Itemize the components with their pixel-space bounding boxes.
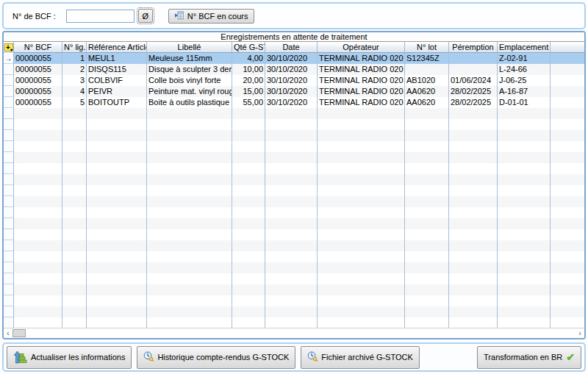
table-cell[interactable]: 30/10/2020 — [265, 97, 318, 108]
table-cell[interactable] — [62, 295, 87, 306]
row-selector-cell[interactable] — [4, 64, 14, 75]
table-cell[interactable] — [405, 240, 449, 251]
table-cell[interactable] — [232, 306, 265, 317]
row-selector-cell[interactable] — [4, 108, 14, 119]
table-cell[interactable] — [551, 141, 584, 152]
table-cell[interactable] — [14, 108, 62, 119]
table-cell[interactable]: 4,00 — [232, 53, 265, 64]
table-cell[interactable] — [405, 141, 449, 152]
empty-table-row[interactable] — [4, 119, 584, 130]
column-header[interactable]: Opérateur — [318, 42, 405, 53]
table-cell[interactable] — [318, 229, 405, 240]
table-cell[interactable] — [62, 152, 87, 163]
table-cell[interactable]: 2 — [62, 64, 87, 75]
table-cell[interactable] — [14, 130, 62, 141]
column-header[interactable]: Référence Article — [87, 42, 147, 53]
table-cell[interactable] — [232, 108, 265, 119]
table-cell[interactable]: Z-02-91 — [498, 53, 551, 64]
table-cell[interactable] — [551, 306, 584, 317]
table-cell[interactable] — [232, 295, 265, 306]
table-cell[interactable] — [449, 152, 498, 163]
row-selector-cell[interactable] — [4, 163, 14, 174]
table-cell[interactable] — [87, 262, 147, 273]
table-cell[interactable] — [405, 218, 449, 229]
empty-table-row[interactable] — [4, 196, 584, 207]
table-cell[interactable]: 28/02/2025 — [449, 86, 498, 97]
table-cell[interactable] — [265, 141, 318, 152]
table-cell[interactable]: 30/10/2020 — [265, 53, 318, 64]
table-cell[interactable]: L-24-66 — [498, 64, 551, 75]
table-cell[interactable] — [147, 295, 232, 306]
table-cell[interactable] — [449, 207, 498, 218]
table-cell[interactable] — [14, 196, 62, 207]
table-cell[interactable]: 30/10/2020 — [265, 64, 318, 75]
row-selector-cell[interactable] — [4, 251, 14, 262]
table-cell[interactable] — [147, 119, 232, 130]
table-row[interactable]: 000000553COLBVIFColle bois vinyl forte20… — [4, 75, 584, 86]
table-cell[interactable] — [405, 207, 449, 218]
table-cell[interactable] — [87, 174, 147, 185]
table-cell[interactable] — [62, 130, 87, 141]
table-cell[interactable]: 4 — [62, 86, 87, 97]
row-selector-cell[interactable] — [4, 75, 14, 86]
table-cell[interactable] — [14, 284, 62, 295]
table-cell[interactable] — [147, 317, 232, 328]
table-cell[interactable] — [14, 163, 62, 174]
empty-table-row[interactable] — [4, 218, 584, 229]
table-cell[interactable] — [62, 306, 87, 317]
table-cell[interactable] — [318, 240, 405, 251]
table-cell[interactable] — [498, 130, 551, 141]
table-cell[interactable] — [498, 284, 551, 295]
table-cell[interactable] — [405, 64, 449, 75]
table-cell[interactable] — [318, 218, 405, 229]
table-cell[interactable] — [87, 130, 147, 141]
table-cell[interactable] — [265, 273, 318, 284]
table-cell[interactable] — [62, 218, 87, 229]
column-header[interactable]: N° lot — [405, 42, 449, 53]
table-cell[interactable] — [449, 64, 498, 75]
table-cell[interactable] — [551, 86, 584, 97]
table-cell[interactable] — [405, 185, 449, 196]
table-cell[interactable]: 20,00 — [232, 75, 265, 86]
table-cell[interactable] — [318, 163, 405, 174]
table-cell[interactable] — [551, 229, 584, 240]
table-cell[interactable] — [318, 251, 405, 262]
table-cell[interactable] — [498, 240, 551, 251]
table-cell[interactable] — [62, 229, 87, 240]
table-cell[interactable]: MEUL1 — [87, 53, 147, 64]
table-cell[interactable] — [449, 185, 498, 196]
table-cell[interactable] — [551, 97, 584, 108]
clear-bcf-button[interactable]: Ø — [138, 9, 153, 23]
table-cell[interactable] — [551, 119, 584, 130]
table-cell[interactable] — [147, 240, 232, 251]
table-cell[interactable]: AA0620 — [405, 97, 449, 108]
table-cell[interactable] — [318, 196, 405, 207]
row-selector-cell[interactable] — [4, 295, 14, 306]
table-cell[interactable] — [405, 295, 449, 306]
row-selector-cell[interactable] — [4, 207, 14, 218]
table-cell[interactable] — [265, 108, 318, 119]
table-cell[interactable] — [147, 207, 232, 218]
table-cell[interactable] — [147, 251, 232, 262]
table-cell[interactable] — [232, 240, 265, 251]
history-report-button[interactable]: Historique compte-rendus G-STOCK — [137, 346, 295, 369]
row-selector-cell[interactable] — [4, 97, 14, 108]
table-cell[interactable] — [449, 229, 498, 240]
table-cell[interactable] — [232, 262, 265, 273]
row-selector-cell[interactable]: → — [4, 53, 14, 64]
empty-table-row[interactable] — [4, 306, 584, 317]
table-cell[interactable] — [405, 251, 449, 262]
table-row[interactable]: 000000555BOITOUTPBoite à outils plastiqu… — [4, 97, 584, 108]
table-cell[interactable] — [318, 295, 405, 306]
table-cell[interactable] — [498, 163, 551, 174]
column-header[interactable] — [551, 42, 584, 53]
row-selector-cell[interactable] — [4, 262, 14, 273]
row-selector-cell[interactable] — [4, 317, 14, 328]
table-cell[interactable] — [449, 295, 498, 306]
empty-table-row[interactable] — [4, 130, 584, 141]
table-cell[interactable] — [62, 262, 87, 273]
table-cell[interactable] — [318, 152, 405, 163]
row-selector-cell[interactable] — [4, 130, 14, 141]
empty-table-row[interactable] — [4, 229, 584, 240]
table-cell[interactable] — [87, 317, 147, 328]
